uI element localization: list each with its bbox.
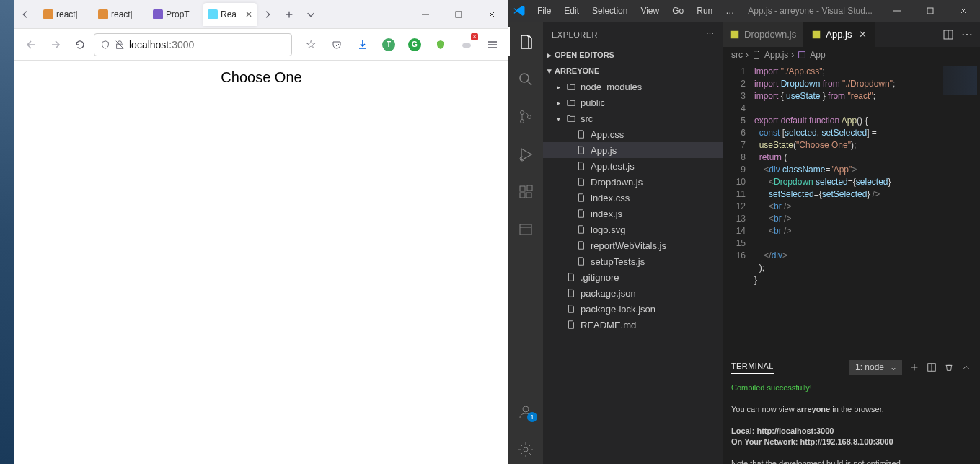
svg-rect-17 (813, 30, 821, 38)
menu-item[interactable]: Selection (586, 0, 633, 22)
nav-back-button[interactable] (20, 34, 42, 56)
ext-icon-t[interactable]: T (379, 35, 399, 55)
folder-item[interactable]: ▾src (543, 110, 723, 126)
file-item[interactable]: logo.svg (543, 222, 723, 237)
list-tabs-button[interactable] (300, 4, 322, 25)
browser-tab[interactable]: Rea✕ (203, 3, 257, 26)
explorer-title: EXPLORER (552, 30, 598, 39)
vscode-window: FileEditSelectionViewGoRun… App.js - arr… (508, 0, 980, 464)
explorer-more-icon[interactable]: ⋯ (706, 30, 715, 39)
split-terminal-icon[interactable] (927, 362, 937, 372)
insecure-icon (115, 40, 125, 50)
folder-item[interactable]: ▸node_modules (543, 79, 723, 95)
reload-button[interactable] (69, 34, 91, 56)
close-tab-icon[interactable]: ✕ (245, 9, 252, 19)
browser-tab[interactable]: PropT (149, 3, 202, 26)
search-activity-icon[interactable] (508, 65, 543, 94)
url-port: 3000 (172, 39, 194, 51)
download-icon[interactable] (353, 35, 373, 55)
nav-forward-button[interactable] (45, 34, 66, 56)
svg-rect-11 (526, 193, 531, 198)
editor-tab[interactable]: App.js✕ (804, 22, 875, 47)
panel-more-icon[interactable]: ⋯ (788, 363, 796, 372)
menu-item[interactable]: … (720, 0, 740, 22)
file-item[interactable]: index.css (543, 190, 723, 206)
kill-terminal-icon[interactable] (944, 362, 954, 372)
dropdown-placeholder[interactable]: Choose One (14, 69, 508, 86)
menu-item[interactable]: Go (666, 0, 689, 22)
menu-item[interactable]: File (531, 0, 557, 22)
file-item[interactable]: reportWebVitals.js (543, 237, 723, 253)
svg-point-2 (462, 43, 471, 48)
browser-window: reactjreactjPropTRea✕ (14, 0, 508, 464)
file-item[interactable]: .gitignore (543, 269, 723, 285)
vscode-maximize-button[interactable] (914, 0, 947, 22)
code-content: import "./App.css"; import Dropdown from… (751, 63, 940, 356)
editor-more-icon[interactable]: ⋯ (961, 27, 973, 41)
accounts-activity-icon[interactable]: 1 (508, 398, 543, 426)
svg-rect-19 (799, 52, 805, 58)
file-item[interactable]: README.md (543, 317, 723, 333)
terminal-select[interactable]: 1: node⌄ (849, 360, 902, 375)
svg-rect-13 (520, 224, 531, 235)
new-tab-button[interactable] (278, 4, 300, 25)
url-host: localhost: (129, 39, 172, 51)
close-button[interactable] (475, 0, 508, 29)
file-item[interactable]: package-lock.json (543, 301, 723, 317)
vscode-minimize-button[interactable] (880, 0, 914, 22)
pocket-icon[interactable] (327, 35, 347, 55)
bookmark-star-icon[interactable]: ☆ (301, 35, 321, 55)
panel-maximize-icon[interactable] (961, 362, 971, 372)
file-item[interactable]: setupTests.js (543, 253, 723, 269)
svg-rect-16 (731, 30, 739, 38)
extensions-activity-icon[interactable] (508, 178, 543, 206)
file-item[interactable]: App.js (543, 142, 723, 158)
svg-rect-0 (456, 12, 462, 17)
menu-item[interactable]: Edit (558, 0, 585, 22)
symbol-icon (797, 50, 807, 60)
menu-item[interactable]: Run (691, 0, 718, 22)
browser-tab[interactable]: reactj (39, 3, 92, 26)
file-item[interactable]: package.json (543, 285, 723, 301)
desktop-wallpaper-edge (0, 0, 14, 464)
open-editors-section[interactable]: ▸OPEN EDITORS (543, 47, 723, 63)
file-item[interactable]: Dropdown.js (543, 174, 723, 190)
js-file-icon (811, 30, 821, 40)
address-bar[interactable]: localhost:3000 (94, 33, 292, 56)
breadcrumb[interactable]: src› App.js› App (723, 47, 980, 63)
new-terminal-icon[interactable] (909, 362, 919, 372)
menu-item[interactable]: View (635, 0, 665, 22)
svg-rect-3 (927, 8, 933, 14)
close-editor-tab-icon[interactable]: ✕ (859, 29, 867, 40)
split-editor-icon[interactable] (943, 29, 954, 40)
maximize-button[interactable] (442, 0, 475, 29)
terminal-output[interactable]: Compiled successfully! You can now view … (723, 378, 980, 464)
file-item[interactable]: App.css (543, 126, 723, 142)
ext-icon-cloud[interactable]: × (456, 35, 477, 55)
source-control-activity-icon[interactable] (508, 102, 543, 131)
terminal-tab[interactable]: TERMINAL (731, 362, 774, 374)
code-editor[interactable]: 12345678910111213141516 import "./App.cs… (723, 63, 980, 356)
file-item[interactable]: index.js (543, 206, 723, 222)
hamburger-menu-icon[interactable] (482, 35, 503, 55)
terminal-panel: TERMINAL ⋯ 1: node⌄ Compiled successfull… (723, 356, 980, 464)
minimap[interactable] (940, 63, 980, 356)
settings-activity-icon[interactable] (508, 435, 543, 464)
browser-preview-activity-icon[interactable] (508, 215, 543, 244)
explorer-activity-icon[interactable] (508, 27, 543, 56)
svg-point-14 (523, 406, 529, 412)
folder-item[interactable]: ▸public (543, 95, 723, 110)
ext-icon-shield[interactable] (431, 35, 451, 55)
tabstrip-back-button[interactable] (14, 4, 36, 25)
explorer-sidebar: EXPLORER ⋯ ▸OPEN EDITORS ▾ARREYONE ▸node… (543, 22, 723, 464)
ext-icon-g[interactable]: G (405, 35, 425, 55)
editor-tab[interactable]: Dropdown.js (723, 22, 804, 47)
vscode-close-button[interactable] (947, 0, 980, 22)
minimize-button[interactable] (409, 0, 442, 29)
browser-tab[interactable]: reactj (94, 3, 147, 26)
tabstrip-forward-button[interactable] (257, 4, 278, 25)
file-item[interactable]: App.test.js (543, 158, 723, 174)
run-debug-activity-icon[interactable] (508, 140, 543, 169)
svg-point-5 (521, 111, 524, 115)
project-section[interactable]: ▾ARREYONE (543, 63, 723, 79)
